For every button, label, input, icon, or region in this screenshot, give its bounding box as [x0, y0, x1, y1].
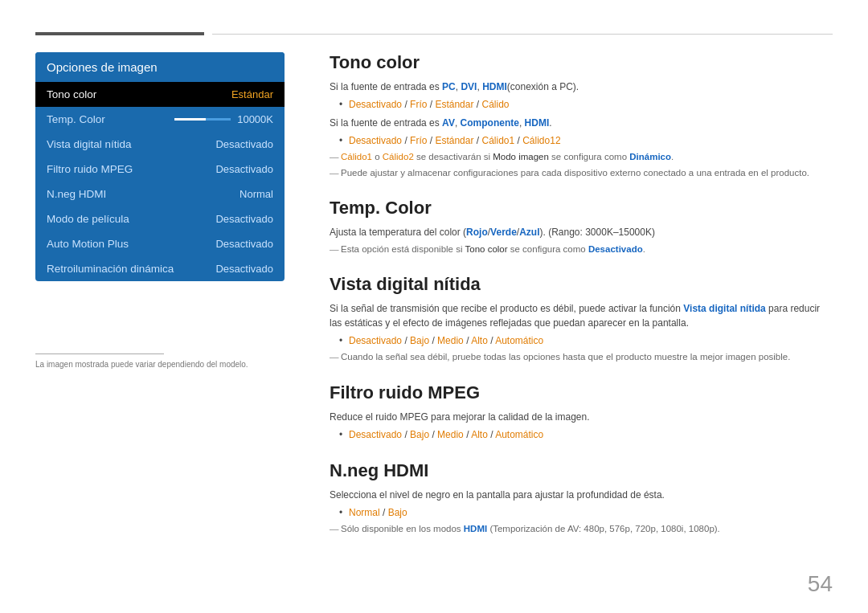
- footnote-text: La imagen mostrada puede variar dependie…: [35, 359, 285, 370]
- sidebar-item-value: Estándar: [231, 88, 273, 100]
- nneg-hdmi-bullets: Normal / Bajo: [339, 505, 833, 521]
- sidebar-item-label: Temp. Color: [47, 113, 105, 125]
- sidebar-item-nneg-hdmi[interactable]: N.neg HDMI Normal: [35, 182, 285, 206]
- temp-bar: [174, 118, 231, 121]
- section-title-vista-digital: Vista digital nítida: [330, 274, 833, 295]
- main-content: Tono color Si la fuente de entrada es PC…: [330, 52, 833, 578]
- nneg-hdmi-note1: Sólo disponible en los modos HDMI (Tempo…: [330, 522, 833, 536]
- sidebar-item-modo-pelicula[interactable]: Modo de película Desactivado: [35, 206, 285, 231]
- sidebar-item-value: Normal: [240, 188, 273, 200]
- sidebar-item-value: Desactivado: [215, 238, 273, 250]
- tono-color-bullets2: Desactivado / Frío / Estándar / Cálido1 …: [339, 133, 833, 149]
- vista-digital-note1: Cuando la señal sea débil, pruebe todas …: [330, 350, 833, 364]
- section-temp-color: Temp. Color Ajusta la temperatura del co…: [330, 198, 833, 256]
- bullet-item: Desactivado / Frío / Estándar / Cálido1 …: [339, 133, 833, 149]
- sidebar-item-temp-color[interactable]: Temp. Color 10000K: [35, 107, 285, 132]
- top-line-dark: [35, 32, 204, 35]
- bullet-item: Desactivado / Bajo / Medio / Alto / Auto…: [339, 427, 833, 443]
- sidebar-item-retroiluminacion[interactable]: Retroiluminación dinámica Desactivado: [35, 256, 285, 281]
- section-title-temp-color: Temp. Color: [330, 198, 833, 219]
- sidebar-item-filtro-ruido[interactable]: Filtro ruido MPEG Desactivado: [35, 157, 285, 182]
- section-title-filtro-ruido: Filtro ruido MPEG: [330, 382, 833, 403]
- sidebar-item-tono-color[interactable]: Tono color Estándar: [35, 82, 285, 107]
- vista-digital-bullets: Desactivado / Bajo / Medio / Alto / Auto…: [339, 333, 833, 349]
- vista-digital-desc1: Si la señal de transmisión que recibe el…: [330, 301, 833, 330]
- sidebar-title: Opciones de imagen: [35, 52, 285, 82]
- section-filtro-ruido: Filtro ruido MPEG Reduce el ruido MPEG p…: [330, 382, 833, 443]
- tono-color-desc2: Si la fuente de entrada es AV, Component…: [330, 116, 833, 130]
- top-line-light: [212, 34, 833, 35]
- sidebar-item-label: Retroiluminación dinámica: [47, 263, 174, 275]
- section-tono-color: Tono color Si la fuente de entrada es PC…: [330, 52, 833, 180]
- sidebar-item-value: Desactivado: [215, 213, 273, 225]
- section-nneg-hdmi: N.neg HDMI Selecciona el nivel de negro …: [330, 460, 833, 536]
- temp-color-desc1: Ajusta la temperatura del color (Rojo/Ve…: [330, 225, 833, 239]
- tono-color-note2: Puede ajustar y almacenar configuracione…: [330, 166, 833, 180]
- tono-color-note1: Cálido1 o Cálido2 se desactivarán si Mod…: [330, 150, 833, 164]
- sidebar-item-value: Desactivado: [215, 163, 273, 175]
- bullet-item: Normal / Bajo: [339, 505, 833, 521]
- sidebar-item-label: Auto Motion Plus: [47, 238, 129, 250]
- sidebar-item-value: Desactivado: [215, 138, 273, 150]
- filtro-ruido-desc1: Reduce el ruido MPEG para mejorar la cal…: [330, 410, 833, 424]
- temp-bar-container: 10000K: [174, 113, 273, 125]
- page-number: 54: [808, 571, 833, 597]
- bullet-item: Desactivado / Bajo / Medio / Alto / Auto…: [339, 333, 833, 349]
- tono-color-bullets1: Desactivado / Frío / Estándar / Cálido: [339, 97, 833, 112]
- footnote-divider: [35, 353, 164, 354]
- section-title-tono-color: Tono color: [330, 52, 833, 73]
- tono-color-desc1: Si la fuente de entrada es PC, DVI, HDMI…: [330, 80, 833, 94]
- sidebar: Opciones de imagen Tono color Estándar T…: [35, 52, 285, 281]
- top-decorative-lines: [0, 32, 868, 35]
- sidebar-item-label: Filtro ruido MPEG: [47, 163, 133, 175]
- sidebar-item-label: Tono color: [47, 88, 96, 100]
- filtro-ruido-bullets: Desactivado / Bajo / Medio / Alto / Auto…: [339, 427, 833, 443]
- nneg-hdmi-desc1: Selecciona el nivel de negro en la panta…: [330, 488, 833, 502]
- temp-color-note1: Esta opción está disponible si Tono colo…: [330, 243, 833, 256]
- footnote: La imagen mostrada puede variar dependie…: [35, 353, 285, 370]
- temp-bar-fill: [174, 118, 206, 121]
- temp-value: 10000K: [237, 113, 273, 125]
- bullet-item: Desactivado / Frío / Estándar / Cálido: [339, 97, 833, 112]
- sidebar-item-label: Modo de película: [47, 213, 129, 225]
- sidebar-item-vista-digital[interactable]: Vista digital nítida Desactivado: [35, 132, 285, 157]
- sidebar-item-auto-motion-plus[interactable]: Auto Motion Plus Desactivado: [35, 231, 285, 256]
- sidebar-item-label: N.neg HDMI: [47, 188, 106, 200]
- sidebar-item-label: Vista digital nítida: [47, 138, 132, 150]
- sidebar-item-value: Desactivado: [215, 263, 273, 275]
- section-vista-digital: Vista digital nítida Si la señal de tran…: [330, 274, 833, 364]
- section-title-nneg-hdmi: N.neg HDMI: [330, 460, 833, 481]
